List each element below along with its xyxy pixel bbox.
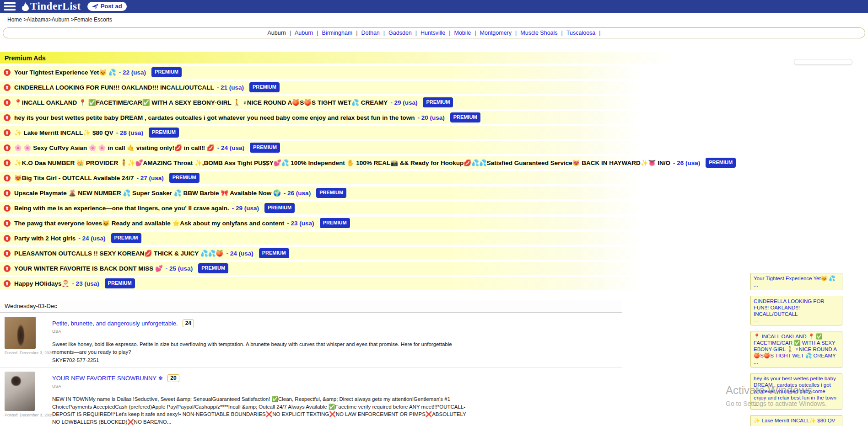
listing-description: NEW IN TOWNMy name is Dallas !Seductive,… [52,395,466,426]
premium-badge[interactable]: PREMIUM [706,158,736,168]
date-header: Wednesday-03-Dec [0,300,622,313]
premium-ad-meta: - 29 (usa) [390,99,417,106]
premium-ad-title[interactable]: The pawg that everyone loves😺 Ready and … [14,219,284,227]
sidebar-ad-link[interactable]: 📍 INCALL OAKLAND 📍 ✅ FACETIME/CAR ✅ WITH… [754,333,839,359]
premium-ad-row[interactable]: ⬆ Party with 2 Hot girls - 24 (usa) PREM… [0,232,868,245]
up-arrow-icon: ⬆ [4,265,11,272]
premium-ad-row[interactable]: ⬆ Upscale Playmate 🌋 NEW NUMBER 💦 Super … [0,186,868,199]
sidebar-ad-more: ... [754,424,839,426]
breadcrumb[interactable]: Home >Alabama>Auburn >Female Escorts [0,13,868,24]
listings-section: Wednesday-03-Dec Posted: December 3, 202… [0,300,622,426]
separator: | [474,30,476,36]
premium-badge[interactable]: PREMIUM [320,218,350,228]
premium-ad-title[interactable]: PLEASANTON OUTCALLS !! SEXY KOREAN💋 THIC… [14,250,223,257]
premium-ad-row[interactable]: ⬆ Happy HOlidays🎅 - 23 (usa) PREMIUM [0,277,868,290]
premium-ad-row[interactable]: ⬆ CINDERELLA LOOKING FOR FUN!!! OAKLAND!… [0,81,868,94]
premium-ad-title[interactable]: 🌸 🌸 Sexy CuRvy Asian 🌸 🌸 in call 🤙 visit… [14,144,215,152]
age-badge: 24 [183,320,194,327]
listing-thumbnail[interactable] [5,317,36,349]
listing-title-link[interactable]: YOUR NEW FAVORITE SNOWBUNNY ❄ [52,375,163,382]
premium-ad-row[interactable]: ⬆ Your Tightest Experience Yet😼 💦 - 22 (… [0,66,868,79]
sidebar-ad-box[interactable]: CINDERELLA LOOKING FOR FUN!!! OAKLAND!!!… [750,296,842,326]
sidebar-ad-box[interactable]: Your Tightest Experience Yet😼 💦 ... [750,273,842,290]
city-current: Auburn [267,30,286,36]
premium-ad-row[interactable]: ⬆ The pawg that everyone loves😺 Ready an… [0,217,868,229]
premium-ad-title[interactable]: Upscale Playmate 🌋 NEW NUMBER 💦 Super So… [14,189,281,197]
premium-badge[interactable]: PREMIUM [316,188,346,198]
floating-white-box [794,59,852,65]
listing-item: Posted: December 3, 2025 Petite, brunett… [0,313,622,367]
premium-ad-row[interactable]: ⬆ hey its your best wettes petite baby D… [0,111,868,124]
premium-ad-row[interactable]: ⬆ 😻Big Tits Girl - OUTCALL Available 24/… [0,171,868,184]
premium-ad-title[interactable]: Party with 2 Hot girls [14,234,75,242]
premium-ad-title[interactable]: ✨K.O Daa NUMBER 👑 PROVIDER 🧍✨💕AMAZING Th… [14,159,670,167]
sidebar-ad-link[interactable]: hey its your best wettes petite baby DRE… [754,375,839,401]
city-link-gadsden[interactable]: Gadsden [388,30,412,36]
sidebar-ad-box[interactable]: ✨ Lake Merritt INCALL✨ $80 QV ... [750,415,842,426]
premium-ad-meta: - 21 (usa) [217,84,244,91]
premium-ad-row[interactable]: ⬆ YOUR WINTER FAVORITE IS BACK DONT MISS… [0,262,868,275]
logo-text: TinderList [30,0,81,12]
sidebar-ad-link[interactable]: CINDERELLA LOOKING FOR FUN!!! OAKLAND!!!… [754,298,839,317]
premium-ad-row[interactable]: ⬆ ✨K.O Daa NUMBER 👑 PROVIDER 🧍✨💕AMAZING … [0,156,868,169]
separator: | [290,30,291,36]
up-arrow-icon: ⬆ [4,114,11,121]
premium-ad-title[interactable]: 😻Big Tits Girl - OUTCALL Available 24/7 [14,174,134,182]
premium-badge[interactable]: PREMIUM [198,263,228,273]
premium-ad-title[interactable]: Your Tightest Experience Yet😼 💦 [14,69,116,76]
premium-badge[interactable]: PREMIUM [249,82,280,92]
premium-badge[interactable]: PREMIUM [105,278,135,288]
city-link-dothan[interactable]: Dothan [361,30,380,36]
premium-badge[interactable]: PREMIUM [151,67,182,77]
city-nav: Auburn | Auburn | Birmingham | Dothan | … [3,27,865,38]
premium-ad-title[interactable]: hey its your best wettes petite baby DRE… [14,114,415,122]
premium-badge[interactable]: PREMIUM [149,128,179,138]
premium-badge[interactable]: PREMIUM [111,233,141,243]
listing-phone: SKYE702-577-2251 [52,357,466,364]
city-link-huntsville[interactable]: Huntsville [421,30,445,36]
premium-badge[interactable]: PREMIUM [250,143,280,153]
premium-ad-title[interactable]: CINDERELLA LOOKING FOR FUN!!! OAKLAND!!!… [14,84,214,91]
site-logo[interactable]: TinderList [22,0,81,12]
sidebar-ad-link[interactable]: ✨ Lake Merritt INCALL✨ $80 QV [754,417,839,424]
premium-ad-row[interactable]: ⬆ 🌸 🌸 Sexy CuRvy Asian 🌸 🌸 in call 🤙 vis… [0,141,868,154]
premium-ad-row[interactable]: ⬆ Being with me is an experience—one tha… [0,202,868,214]
premium-ad-title[interactable]: Happy HOlidays🎅 [14,280,69,288]
paper-plane-icon [92,4,98,9]
up-arrow-icon: ⬆ [4,99,11,106]
premium-ad-row[interactable]: ⬆ ✨ Lake Merritt INCALL✨ $80 QV - 28 (us… [0,126,868,139]
city-link-mobile[interactable]: Mobile [454,30,471,36]
premium-badge[interactable]: PREMIUM [259,248,289,258]
city-link-tuscaloosa[interactable]: Tuscaloosa [566,30,595,36]
premium-ad-title[interactable]: Being with me is an experience—one that … [14,204,229,212]
app-header: TinderList Post ad [0,0,868,13]
premium-ad-title[interactable]: 📍INCALL OAKLAND 📍 ✅FACETIME/CAR✅ WITH A … [14,99,388,106]
city-link-birmingham[interactable]: Birmingham [322,30,353,36]
sidebar-ad-more: ... [754,318,839,324]
post-ad-button[interactable]: Post ad [87,2,127,11]
separator: | [317,30,318,36]
premium-badge[interactable]: PREMIUM [264,203,295,213]
listing-description: Sweet like honey, bold like espresso. Pe… [52,341,466,356]
sidebar-ad-link[interactable]: Your Tightest Experience Yet😼 💦 [754,275,839,282]
premium-ad-row[interactable]: ⬆ 📍INCALL OAKLAND 📍 ✅FACETIME/CAR✅ WITH … [0,96,868,109]
city-link-muscle-shoals[interactable]: Muscle Shoals [520,30,557,36]
menu-icon[interactable] [4,2,16,11]
premium-badge[interactable]: PREMIUM [450,112,480,122]
listing-title-link[interactable]: Petite, brunette, and dangerously unforg… [52,320,178,327]
premium-ad-meta: - 22 (usa) [119,69,146,76]
premium-badge[interactable]: PREMIUM [423,97,453,107]
premium-ad-meta: - 28 (usa) [116,129,143,137]
premium-badge[interactable]: PREMIUM [169,173,199,183]
city-link-montgomery[interactable]: Montgomery [480,30,512,36]
premium-ad-row[interactable]: ⬆ PLEASANTON OUTCALLS !! SEXY KOREAN💋 TH… [0,247,868,260]
city-link-auburn[interactable]: Auburn [295,30,313,36]
premium-ad-title[interactable]: YOUR WINTER FAVORITE IS BACK DONT MISS 💕 [14,265,163,272]
listing-thumbnail[interactable] [5,372,35,411]
sidebar-ad-box[interactable]: hey its your best wettes petite baby DRE… [750,373,842,410]
up-arrow-icon: ⬆ [4,160,11,166]
premium-ad-meta: - 26 (usa) [284,189,311,197]
up-arrow-icon: ⬆ [4,175,11,181]
sidebar-ad-box[interactable]: 📍 INCALL OAKLAND 📍 ✅ FACETIME/CAR ✅ WITH… [750,331,842,367]
premium-ad-title[interactable]: ✨ Lake Merritt INCALL✨ $80 QV [14,129,113,137]
